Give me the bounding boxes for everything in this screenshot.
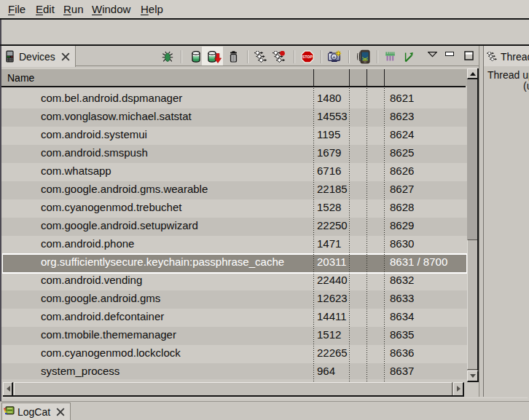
svg-text:STOP: STOP — [302, 55, 313, 59]
